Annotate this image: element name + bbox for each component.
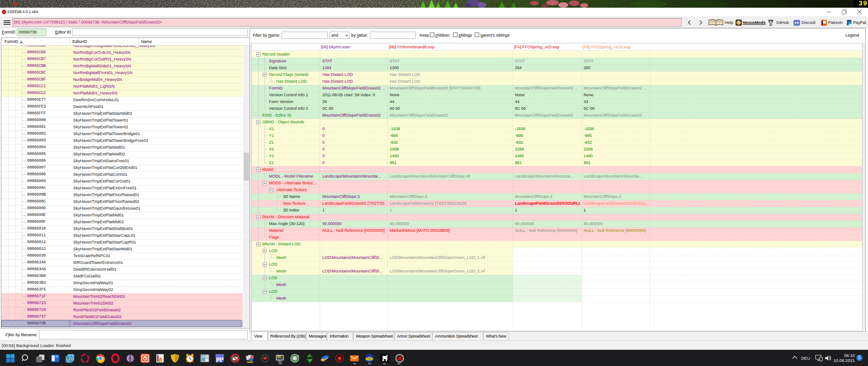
svg-text:2: 2 <box>386 354 388 357</box>
svg-text:S: S <box>367 355 372 362</box>
svg-text:99: 99 <box>278 356 281 359</box>
